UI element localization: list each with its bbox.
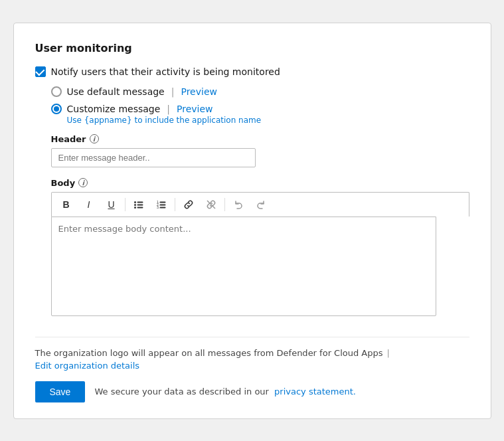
undo-icon [233, 199, 244, 210]
footer-note: The organization logo will appear on all… [35, 337, 469, 371]
unlink-icon [206, 199, 216, 210]
body-info-icon: i [78, 178, 88, 187]
privacy-link[interactable]: privacy statement. [274, 387, 356, 397]
link-icon [183, 199, 194, 210]
radio-default-label: Use default message [67, 86, 165, 97]
radio-customize-section: Customize message | Preview Use {appname… [51, 104, 469, 125]
save-button[interactable]: Save [35, 381, 86, 402]
header-info-icon: i [90, 134, 99, 143]
privacy-text: We secure your data as described in our … [94, 387, 356, 397]
svg-text:3.: 3. [157, 205, 159, 209]
body-toolbar: B I U 1. 2. [51, 192, 469, 217]
redo-button[interactable] [250, 195, 272, 214]
toolbar-divider-3 [224, 198, 225, 211]
radio-default-row[interactable]: Use default message | Preview [51, 86, 469, 97]
numbered-list-icon: 1. 2. 3. [156, 199, 167, 210]
message-radio-group: Use default message | Preview Customize … [51, 86, 469, 125]
pipe-1: | [171, 86, 175, 97]
customize-preview-link[interactable]: Preview [177, 104, 213, 114]
bullet-list-button[interactable] [128, 195, 149, 214]
svg-point-0 [134, 201, 136, 203]
svg-point-2 [134, 204, 136, 206]
header-section: Header i [51, 134, 469, 167]
svg-rect-5 [137, 207, 143, 208]
section-title: User monitoring [35, 42, 469, 54]
body-field-label: Body i [51, 178, 469, 188]
italic-button[interactable]: I [78, 195, 100, 214]
svg-point-4 [134, 207, 136, 209]
body-textarea[interactable] [51, 217, 436, 316]
footer-pipe: | [387, 348, 390, 358]
svg-rect-9 [159, 204, 165, 205]
svg-rect-3 [137, 204, 143, 205]
svg-rect-11 [159, 207, 165, 208]
body-section: Body i B I U 1. [51, 178, 469, 318]
user-monitoring-card: User monitoring Notify users that their … [13, 23, 491, 419]
footer-note-text: The organization logo will appear on all… [35, 348, 383, 358]
header-field-label: Header i [51, 134, 469, 144]
radio-customize-label: Customize message [67, 104, 161, 114]
unlink-button[interactable] [201, 195, 222, 214]
radio-customize[interactable] [51, 104, 62, 114]
header-input[interactable] [51, 148, 256, 167]
bullet-list-icon [133, 199, 144, 210]
notify-checkbox-label: Notify users that their activity is bein… [51, 66, 280, 77]
redo-icon [256, 199, 266, 210]
default-preview-link[interactable]: Preview [181, 86, 217, 97]
underline-button[interactable]: U [101, 195, 122, 214]
radio-customize-row[interactable]: Customize message | Preview [51, 104, 469, 114]
notify-checkbox-row[interactable]: Notify users that their activity is bein… [35, 66, 469, 77]
link-button[interactable] [178, 195, 199, 214]
numbered-list-button[interactable]: 1. 2. 3. [151, 195, 172, 214]
bold-button[interactable]: B [56, 195, 77, 214]
toolbar-divider-1 [125, 198, 126, 211]
appname-hint: Use {appname} to include the application… [67, 116, 469, 125]
toolbar-divider-2 [175, 198, 175, 211]
svg-rect-1 [137, 201, 143, 203]
edit-org-link[interactable]: Edit organization details [35, 361, 140, 371]
svg-rect-7 [159, 201, 165, 203]
pipe-2: | [167, 104, 170, 114]
undo-button[interactable] [228, 195, 249, 214]
notify-checkbox[interactable] [35, 66, 46, 77]
radio-default[interactable] [51, 86, 62, 97]
save-row: Save We secure your data as described in… [35, 381, 469, 402]
